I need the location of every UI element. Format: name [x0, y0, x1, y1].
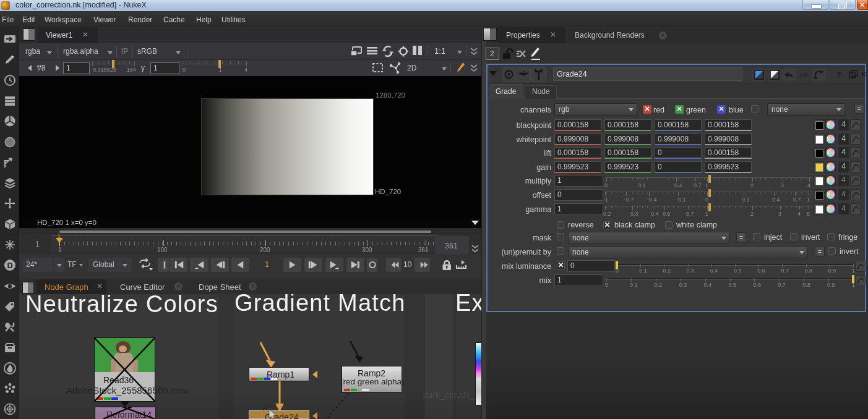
- svg-text:D: D: [7, 261, 13, 270]
